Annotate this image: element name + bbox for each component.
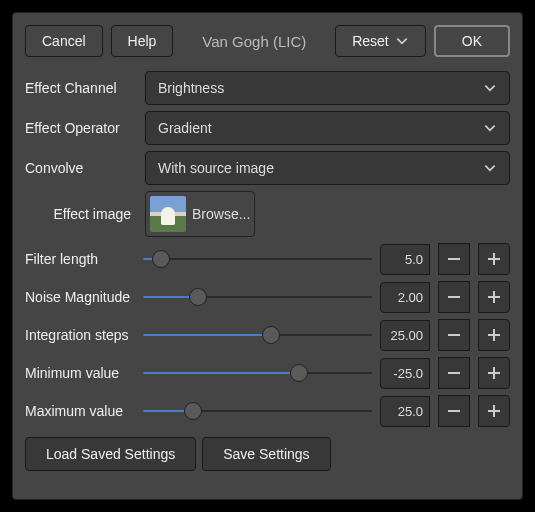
chevron-down-icon: [395, 34, 409, 48]
decrement-button[interactable]: [438, 395, 470, 427]
thumbnail-icon: [150, 196, 186, 232]
browse-button[interactable]: Browse...: [145, 191, 255, 237]
slider-label: Noise Magnitude: [25, 284, 135, 310]
minus-icon: [448, 296, 460, 298]
slider-row: Filter length 5.0: [25, 243, 510, 275]
effect-operator-select[interactable]: Gradient: [145, 111, 510, 145]
slider-value[interactable]: -25.0: [380, 358, 430, 389]
slider[interactable]: [143, 399, 372, 423]
slider-value[interactable]: 2.00: [380, 282, 430, 313]
convolve-value: With source image: [158, 160, 274, 176]
slider[interactable]: [143, 285, 372, 309]
minus-icon: [448, 410, 460, 412]
slider-handle[interactable]: [290, 364, 308, 382]
plus-icon: [488, 329, 500, 341]
browse-label: Browse...: [192, 206, 250, 222]
effect-channel-row: Effect Channel Brightness: [25, 71, 510, 105]
svg-rect-8: [488, 334, 500, 336]
minus-icon: [448, 258, 460, 260]
reset-label: Reset: [352, 33, 389, 49]
svg-rect-3: [448, 296, 460, 298]
slider-handle[interactable]: [262, 326, 280, 344]
effect-image-label: Effect image: [25, 201, 135, 227]
plus-icon: [488, 405, 500, 417]
effect-channel-select[interactable]: Brightness: [145, 71, 510, 105]
decrement-button[interactable]: [438, 281, 470, 313]
increment-button[interactable]: [478, 319, 510, 351]
svg-rect-6: [448, 334, 460, 336]
help-button[interactable]: Help: [111, 25, 174, 57]
svg-rect-5: [488, 296, 500, 298]
svg-rect-14: [488, 410, 500, 412]
chevron-down-icon: [483, 161, 497, 175]
slider-handle[interactable]: [184, 402, 202, 420]
decrement-button[interactable]: [438, 357, 470, 389]
slider-row: Maximum value 25.0: [25, 395, 510, 427]
svg-rect-12: [448, 410, 460, 412]
increment-button[interactable]: [478, 243, 510, 275]
svg-rect-2: [488, 258, 500, 260]
cancel-button[interactable]: Cancel: [25, 25, 103, 57]
increment-button[interactable]: [478, 357, 510, 389]
dialog-title: Van Gogh (LIC): [181, 33, 327, 50]
slider-row: Integration steps 25.00: [25, 319, 510, 351]
slider-fill: [143, 334, 271, 336]
convolve-label: Convolve: [25, 155, 135, 181]
slider-label: Integration steps: [25, 322, 135, 348]
slider[interactable]: [143, 361, 372, 385]
plus-icon: [488, 253, 500, 265]
slider-row: Minimum value -25.0: [25, 357, 510, 389]
effect-operator-row: Effect Operator Gradient: [25, 111, 510, 145]
slider-row: Noise Magnitude 2.00: [25, 281, 510, 313]
effect-channel-label: Effect Channel: [25, 75, 135, 101]
dialog: Cancel Help Van Gogh (LIC) Reset OK Effe…: [12, 12, 523, 500]
sliders: Filter length 5.0 Noise Magnitude 2.00 I…: [25, 243, 510, 427]
slider[interactable]: [143, 323, 372, 347]
slider-handle[interactable]: [189, 288, 207, 306]
slider-label: Filter length: [25, 246, 135, 272]
slider[interactable]: [143, 247, 372, 271]
slider-value[interactable]: 25.00: [380, 320, 430, 351]
slider-handle[interactable]: [152, 250, 170, 268]
svg-rect-0: [448, 258, 460, 260]
slider-label: Minimum value: [25, 360, 135, 386]
convolve-row: Convolve With source image: [25, 151, 510, 185]
chevron-down-icon: [483, 81, 497, 95]
plus-icon: [488, 367, 500, 379]
convolve-select[interactable]: With source image: [145, 151, 510, 185]
plus-icon: [488, 291, 500, 303]
effect-operator-label: Effect Operator: [25, 115, 135, 141]
slider-fill: [143, 372, 299, 374]
topbar: Cancel Help Van Gogh (LIC) Reset OK: [25, 25, 510, 57]
effect-operator-value: Gradient: [158, 120, 212, 136]
effect-channel-value: Brightness: [158, 80, 224, 96]
increment-button[interactable]: [478, 281, 510, 313]
reset-button[interactable]: Reset: [335, 25, 426, 57]
minus-icon: [448, 334, 460, 336]
chevron-down-icon: [483, 121, 497, 135]
bottom-bar: Load Saved Settings Save Settings: [25, 437, 510, 471]
svg-rect-11: [488, 372, 500, 374]
slider-label: Maximum value: [25, 398, 135, 424]
effect-image-row: Effect image Browse...: [25, 191, 510, 237]
slider-value[interactable]: 25.0: [380, 396, 430, 427]
increment-button[interactable]: [478, 395, 510, 427]
decrement-button[interactable]: [438, 319, 470, 351]
slider-value[interactable]: 5.0: [380, 244, 430, 275]
ok-button[interactable]: OK: [434, 25, 510, 57]
save-settings-button[interactable]: Save Settings: [202, 437, 330, 471]
minus-icon: [448, 372, 460, 374]
svg-rect-9: [448, 372, 460, 374]
decrement-button[interactable]: [438, 243, 470, 275]
slider-track: [143, 258, 372, 260]
load-saved-settings-button[interactable]: Load Saved Settings: [25, 437, 196, 471]
